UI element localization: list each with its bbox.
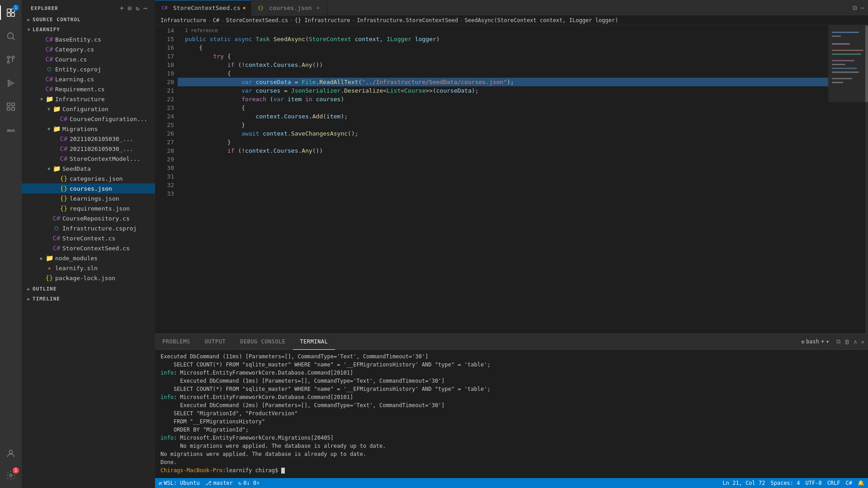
tree-item-learning[interactable]: C# Learning.cs	[22, 74, 155, 84]
tree-item-requirements-json[interactable]: {} requirements.json	[22, 203, 155, 213]
new-folder-icon[interactable]: ⊞	[128, 5, 132, 12]
split-editor-icon[interactable]: ⧉	[853, 4, 857, 12]
tree-item-categories-json[interactable]: {} categories.json	[22, 174, 155, 183]
tree-item-migration1[interactable]: C# 20211026105030_...	[22, 134, 155, 144]
tree-item-courseconfig[interactable]: C# CourseConfiguration...	[22, 114, 155, 124]
timeline-label: TIMELINE	[33, 296, 60, 302]
tree-item-baseentity[interactable]: C# BaseEntity.cs	[22, 34, 155, 44]
code-line-26: context.Courses.Add(item);	[178, 112, 828, 121]
tree-item-seeddata-folder[interactable]: ▼ 📁 SeedData	[22, 164, 155, 174]
tree-item-course[interactable]: C# Course.cs	[22, 54, 155, 64]
settings-badge: 1	[13, 467, 19, 474]
breadcrumb-infrastructure[interactable]: Infrastructure	[160, 17, 206, 23]
status-bar-right: Ln 21, Col 72 Spaces: 4 UTF-8 CRLF C# 🔔	[723, 480, 864, 486]
tab-close-courses[interactable]: ✕	[314, 4, 321, 11]
tree-item-courserepository[interactable]: C# CourseRepository.cs	[22, 213, 155, 223]
tree-item-storecontextseed[interactable]: C# StoreContextSeed.cs	[22, 243, 155, 253]
split-terminal-icon[interactable]: ⧉	[836, 338, 840, 345]
terminal-panel: PROBLEMS OUTPUT DEBUG CONSOLE TERMINAL ⊞…	[155, 333, 868, 478]
panel-tab-debug-console[interactable]: DEBUG CONSOLE	[233, 334, 292, 350]
tree-item-category[interactable]: C# Category.cs	[22, 44, 155, 54]
status-bar-left: ⇄ WSL: Ubuntu ⎇ master ↻ 0↓ 0↑	[159, 480, 259, 486]
tree-item-requirement[interactable]: C# Requirement.cs	[22, 84, 155, 94]
folder-icon-seeddata: 📁	[52, 164, 61, 173]
svg-line-5	[13, 38, 14, 40]
tree-item-storecontextmodel[interactable]: C# StoreContextModel...	[22, 154, 155, 164]
panel-tab-terminal[interactable]: TERMINAL	[293, 334, 335, 350]
panel-tab-output[interactable]: OUTPUT	[198, 334, 233, 350]
panel-tab-bar: PROBLEMS OUTPUT DEBUG CONSOLE TERMINAL ⊞…	[155, 334, 868, 350]
dropdown-chevron[interactable]: ▾	[826, 338, 829, 345]
breadcrumb-namespace[interactable]: {} Infrastructure	[295, 17, 350, 23]
status-eol[interactable]: CRLF	[827, 480, 840, 486]
status-spaces[interactable]: Spaces: 4	[770, 480, 800, 486]
code-line-15: {	[178, 43, 828, 52]
tree-item-learnify-sln[interactable]: ◈ learnify.sln	[22, 263, 155, 273]
tree-item-infrastructure-folder[interactable]: ▼ 📁 Infrastructure	[22, 94, 155, 104]
editor-container[interactable]: 14 15 16 17 18 19 20 21 22 23 24 25 26 2…	[155, 25, 868, 333]
tab-storecontextseed[interactable]: C# StoreContextSeed.cs ●	[155, 0, 251, 16]
tree-item-migrations-folder[interactable]: ▼ 📁 Migrations	[22, 124, 155, 134]
code-editor[interactable]: 1 reference public static async Task See…	[178, 25, 828, 333]
maximize-panel-icon[interactable]: ∧	[854, 338, 857, 345]
panel-tab-problems[interactable]: PROBLEMS	[155, 334, 198, 350]
status-sync[interactable]: ↻ 0↓ 0↑	[238, 480, 259, 486]
sidebar-section-outline[interactable]: ▶ OUTLINE	[22, 284, 155, 294]
aws-activity-icon[interactable]: aws	[0, 119, 22, 141]
status-remote[interactable]: ⇄ WSL: Ubuntu	[159, 480, 200, 486]
sidebar-section-learnify[interactable]: ▼ LEARNIFY	[22, 24, 155, 34]
close-panel-icon[interactable]: ✕	[861, 338, 864, 345]
tree-item-node-modules[interactable]: ▶ 📁 node_modules	[22, 253, 155, 263]
status-branch[interactable]: ⎇ master	[205, 480, 233, 486]
settings-activity-icon[interactable]: 1	[0, 465, 22, 486]
collapse-icon[interactable]: ⋯	[144, 5, 148, 12]
status-language[interactable]: C#	[846, 480, 852, 486]
new-file-icon[interactable]: +	[120, 5, 124, 12]
breadcrumb-cs[interactable]: C#	[213, 17, 219, 23]
breadcrumb-method[interactable]: SeedAsync(StoreContext context, ILogger …	[465, 17, 618, 23]
extensions-activity-icon[interactable]	[0, 96, 22, 117]
breadcrumb-file[interactable]: StoreContextSeed.cs	[226, 17, 288, 23]
tree-item-package-lock[interactable]: {} package-lock.json	[22, 273, 155, 283]
tree-item-learnings-json[interactable]: {} learnings.json	[22, 193, 155, 203]
tree-label-storecontextseed: StoreContextSeed.cs	[62, 245, 130, 252]
tree-item-entity-csproj[interactable]: ⬡ Entity.csproj	[22, 64, 155, 74]
tree-item-migration2[interactable]: C# 20211026105030_...	[22, 144, 155, 154]
trash-icon[interactable]: 🗑	[844, 338, 850, 345]
code-line-33: if (!context.Courses.Any())	[178, 146, 828, 155]
status-encoding[interactable]: UTF-8	[806, 480, 822, 486]
code-line-31: }	[178, 138, 828, 146]
status-position[interactable]: Ln 21, Col 72	[723, 480, 765, 486]
code-line-20: {	[178, 69, 828, 78]
language-label: C#	[846, 480, 852, 486]
status-notifications[interactable]: 🔔	[858, 480, 864, 486]
explorer-activity-icon[interactable]: 1	[0, 2, 22, 23]
sidebar-section-source-control[interactable]: ▶ SOURCE CONTROL	[22, 14, 155, 24]
run-debug-activity-icon[interactable]	[0, 72, 22, 94]
position-label: Ln 21, Col 72	[723, 480, 765, 486]
tab-label-storecontextseed: StoreContextSeed.cs	[173, 5, 241, 11]
explorer-badge: 1	[13, 5, 19, 11]
sync-label: 0↓ 0↑	[243, 480, 259, 486]
accounts-activity-icon[interactable]	[0, 443, 22, 465]
tree-item-infrastructure-csproj[interactable]: ⬡ Infrastructure.csproj	[22, 223, 155, 233]
tab-courses-json[interactable]: {} courses.json ✕	[251, 0, 328, 16]
terminal-content[interactable]: Executed DbCommand (11ms) [Parameters=[]…	[155, 350, 868, 478]
sidebar-section-timeline[interactable]: ▶ TIMELINE	[22, 294, 155, 304]
tree-item-configuration-folder[interactable]: ▼ 📁 Configuration	[22, 104, 155, 114]
terminal-line-13: No migrations were applied. The database…	[160, 450, 863, 458]
breadcrumb-class[interactable]: Infrastructure.StoreContextSeed	[357, 17, 458, 23]
panel-tab-end-icons: ⊞ bash + ▾ ⧉ 🗑 ∧ ✕	[802, 338, 868, 345]
more-actions-icon[interactable]: ⋯	[861, 4, 864, 11]
refresh-icon[interactable]: ↻	[136, 5, 140, 12]
dropdown-icon[interactable]: +	[821, 338, 824, 345]
tree-item-storecontext[interactable]: C# StoreContext.cs	[22, 233, 155, 243]
terminal-line-1: Executed DbCommand (11ms) [Parameters=[]…	[160, 352, 863, 361]
tree-label-storecontextmodel: StoreContextModel...	[70, 155, 141, 162]
search-activity-icon[interactable]	[0, 25, 22, 47]
tree-label-category: Category.cs	[55, 46, 94, 53]
tree-item-courses-json[interactable]: {} courses.json	[22, 183, 155, 193]
source-control-activity-icon[interactable]	[0, 49, 22, 70]
tree-label-infrastructure: Infrastructure	[55, 96, 105, 103]
json-icon: {}	[60, 174, 68, 183]
